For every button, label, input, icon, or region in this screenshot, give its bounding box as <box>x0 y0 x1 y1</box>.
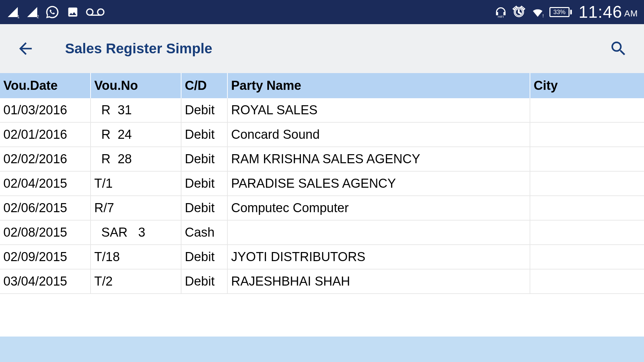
cell-vouno: R 24 <box>91 122 181 147</box>
clock: 11:46 AM <box>579 2 638 22</box>
cell-date: 02/06/2015 <box>0 196 91 220</box>
image-icon <box>66 6 80 18</box>
svg-text:2: 2 <box>37 14 39 18</box>
cell-party: PARADISE SALES AGENCY <box>227 171 530 196</box>
header-vou-no[interactable]: Vou.No <box>91 73 181 98</box>
cell-city <box>530 171 644 196</box>
cell-party: RAM KRISHNA SALES AGENCY <box>227 147 530 171</box>
table-row[interactable]: 02/04/2015T/1DebitPARADISE SALES AGENCY <box>0 171 644 196</box>
battery-indicator: 33% <box>549 7 572 17</box>
cell-party: Concard Sound <box>227 122 530 147</box>
cell-vouno: R 28 <box>91 147 181 171</box>
alarm-icon <box>512 5 526 19</box>
table-row[interactable]: 02/09/2015T/18DebitJYOTI DISTRIBUTORS <box>0 245 644 269</box>
back-button[interactable] <box>16 39 35 58</box>
cell-party: JYOTI DISTRIBUTORS <box>227 245 530 269</box>
table-row[interactable]: 02/01/2016 R 24DebitConcard Sound <box>0 122 644 147</box>
battery-percent: 33% <box>553 9 566 16</box>
cell-date: 02/08/2015 <box>0 220 91 245</box>
cell-party <box>227 220 530 245</box>
cell-date: 02/02/2016 <box>0 147 91 171</box>
header-vou-date[interactable]: Vou.Date <box>0 73 91 98</box>
table-row[interactable]: 02/02/2016 R 28DebitRAM KRISHNA SALES AG… <box>0 147 644 171</box>
header-party-name[interactable]: Party Name <box>227 73 530 98</box>
table-row[interactable]: 03/04/2015T/2DebitRAJESHBHAI SHAH <box>0 269 644 294</box>
footer-bar <box>0 337 644 362</box>
cell-cd: Debit <box>181 147 227 171</box>
svg-text:!: ! <box>542 13 544 18</box>
signal-sim1-icon: 1 <box>6 6 19 18</box>
cell-date: 02/04/2015 <box>0 171 91 196</box>
cell-cd: Cash <box>181 220 227 245</box>
cell-vouno: R/7 <box>91 196 181 220</box>
cell-city <box>530 196 644 220</box>
cell-city <box>530 122 644 147</box>
table-header-row: Vou.Date Vou.No C/D Party Name City <box>0 73 644 98</box>
clock-ampm: AM <box>624 8 638 19</box>
cell-vouno: T/1 <box>91 171 181 196</box>
cell-city <box>530 98 644 122</box>
search-icon <box>609 39 628 58</box>
status-left: 1 2 <box>6 5 105 19</box>
arrow-left-icon <box>16 39 35 58</box>
voicemail-icon <box>86 7 105 17</box>
cell-city <box>530 220 644 245</box>
cell-cd: Debit <box>181 122 227 147</box>
cell-cd: Debit <box>181 269 227 294</box>
cell-vouno: T/18 <box>91 245 181 269</box>
sales-register-table: Vou.Date Vou.No C/D Party Name City 01/0… <box>0 73 644 294</box>
cell-city <box>530 245 644 269</box>
cell-cd: Debit <box>181 171 227 196</box>
table-container[interactable]: Vou.Date Vou.No C/D Party Name City 01/0… <box>0 73 644 362</box>
cell-cd: Debit <box>181 245 227 269</box>
table-row[interactable]: 02/08/2015 SAR 3Cash <box>0 220 644 245</box>
clock-time: 11:46 <box>579 2 622 22</box>
cell-cd: Debit <box>181 98 227 122</box>
cell-party: RAJESHBHAI SHAH <box>227 269 530 294</box>
app-bar: Sales Register Simple <box>0 24 644 73</box>
svg-text:HIFI: HIFI <box>498 15 504 18</box>
cell-date: 02/09/2015 <box>0 245 91 269</box>
svg-point-2 <box>87 9 93 15</box>
search-button[interactable] <box>609 39 628 58</box>
whatsapp-icon <box>45 5 60 19</box>
cell-vouno: R 31 <box>91 98 181 122</box>
cell-vouno: T/2 <box>91 269 181 294</box>
cell-party: ROYAL SALES <box>227 98 530 122</box>
page-title: Sales Register Simple <box>65 41 609 57</box>
svg-text:1: 1 <box>17 14 20 18</box>
header-city[interactable]: City <box>530 73 644 98</box>
svg-point-3 <box>98 9 104 15</box>
hifi-audio-icon: HIFI <box>494 6 508 18</box>
cell-cd: Debit <box>181 196 227 220</box>
header-cd[interactable]: C/D <box>181 73 227 98</box>
cell-date: 01/03/2016 <box>0 98 91 122</box>
cell-city <box>530 269 644 294</box>
table-row[interactable]: 01/03/2016 R 31DebitROYAL SALES <box>0 98 644 122</box>
cell-vouno: SAR 3 <box>91 220 181 245</box>
cell-party: Computec Computer <box>227 196 530 220</box>
table-row[interactable]: 02/06/2015R/7DebitComputec Computer <box>0 196 644 220</box>
cell-city <box>530 147 644 171</box>
cell-date: 02/01/2016 <box>0 122 91 147</box>
status-right: HIFI ! 33% 11:46 AM <box>494 2 638 22</box>
status-bar: 1 2 HIFI ! 33% 11:46 <box>0 0 644 24</box>
cell-date: 03/04/2015 <box>0 269 91 294</box>
wifi-icon: ! <box>530 6 545 18</box>
signal-sim2-icon: 2 <box>25 6 39 18</box>
